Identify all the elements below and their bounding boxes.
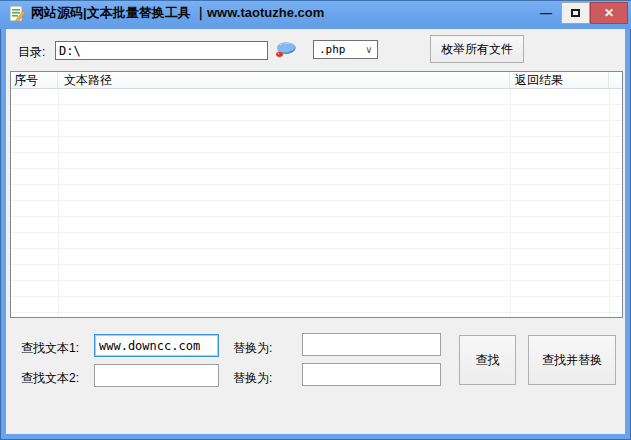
close-button[interactable]: ✕ [590, 2, 628, 24]
app-icon [8, 5, 25, 22]
minimize-icon: — [540, 6, 552, 20]
minimize-button[interactable]: — [531, 2, 561, 24]
column-header-path[interactable]: 文本路径 [58, 72, 510, 88]
replace-with-2-label: 替换为: [233, 370, 272, 387]
maximize-button[interactable] [561, 2, 590, 24]
directory-label: 目录: [18, 44, 45, 61]
grid-line [609, 89, 610, 317]
titlebar-left: 网站源码|文本批量替换工具 ｜www.taotuzhe.com [8, 4, 324, 22]
find-and-replace-button-label: 查找并替换 [542, 352, 602, 369]
window-title: 网站源码|文本批量替换工具 ｜www.taotuzhe.com [31, 4, 324, 22]
titlebar: 网站源码|文本批量替换工具 ｜www.taotuzhe.com — ✕ [0, 0, 631, 29]
grid-line [58, 89, 59, 317]
caption-buttons: — ✕ [531, 2, 628, 24]
replace-with-2-input[interactable] [302, 363, 441, 386]
enumerate-files-label: 枚举所有文件 [441, 41, 513, 58]
client-area: 目录: .php ∨ 枚举所有文件 序号 文本路径 返回结果 [6, 29, 625, 434]
replace-with-1-label: 替换为: [233, 340, 272, 357]
chevron-down-icon: ∨ [361, 44, 377, 55]
column-header-index[interactable]: 序号 [11, 72, 58, 88]
column-header-result[interactable]: 返回结果 [510, 72, 609, 88]
file-list-body[interactable] [11, 89, 622, 317]
extension-selected-value: .php [314, 43, 361, 56]
find-button[interactable]: 查找 [459, 335, 516, 385]
find-button-label: 查找 [476, 352, 500, 369]
close-icon: ✕ [604, 6, 614, 20]
grid-line [510, 89, 511, 317]
replace-with-1-input[interactable] [302, 333, 441, 356]
extension-dropdown[interactable]: .php ∨ [313, 40, 378, 59]
directory-input[interactable] [55, 41, 268, 60]
find-text-2-input[interactable] [94, 364, 219, 387]
find-text-1-label: 查找文本1: [21, 340, 79, 357]
maximize-icon [571, 9, 580, 17]
find-text-2-label: 查找文本2: [21, 370, 79, 387]
find-and-replace-button[interactable]: 查找并替换 [528, 335, 616, 385]
browse-folder-icon[interactable] [273, 38, 299, 62]
file-list-header: 序号 文本路径 返回结果 [11, 72, 622, 89]
app-window: 网站源码|文本批量替换工具 ｜www.taotuzhe.com — ✕ 目录: [0, 0, 631, 440]
find-text-1-input[interactable] [94, 334, 219, 357]
file-list[interactable]: 序号 文本路径 返回结果 [10, 71, 623, 318]
enumerate-files-button[interactable]: 枚举所有文件 [430, 35, 524, 63]
